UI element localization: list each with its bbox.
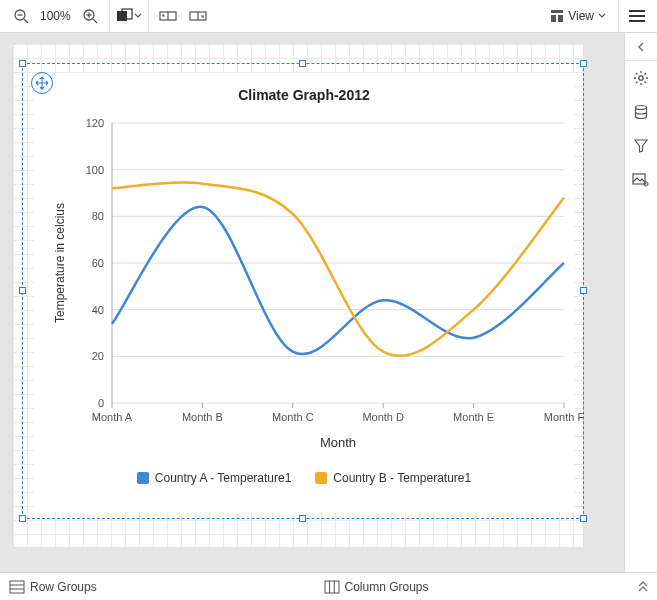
- row-groups-icon: [10, 581, 24, 593]
- filter-button[interactable]: [625, 129, 658, 163]
- svg-rect-13: [551, 10, 563, 13]
- zoom-in-button[interactable]: [75, 0, 105, 32]
- menu-button[interactable]: [623, 10, 651, 22]
- row-groups-panel[interactable]: Row Groups: [0, 573, 315, 600]
- selection-outline[interactable]: [22, 63, 584, 519]
- move-icon: [35, 76, 49, 90]
- database-icon: [633, 104, 649, 120]
- chevron-down-icon: [134, 8, 142, 24]
- separator: [148, 0, 149, 32]
- svg-rect-53: [325, 581, 339, 593]
- collapse-rail-button[interactable]: [625, 33, 657, 61]
- view-label: View: [568, 9, 594, 23]
- separator: [618, 0, 619, 32]
- top-toolbar: 100% View: [0, 0, 657, 33]
- resize-handle-ml[interactable]: [19, 287, 26, 294]
- view-icon: [550, 9, 564, 23]
- separator: [109, 0, 110, 32]
- resize-handle-tr[interactable]: [580, 60, 587, 67]
- send-backward-icon: [159, 9, 177, 23]
- resize-handle-tl[interactable]: [19, 60, 26, 67]
- shape-icon: [116, 8, 134, 24]
- right-rail: [624, 33, 657, 572]
- resize-handle-bm[interactable]: [299, 515, 306, 522]
- zoom-value: 100%: [36, 9, 75, 23]
- column-groups-panel[interactable]: Column Groups: [315, 573, 630, 600]
- view-dropdown[interactable]: View: [542, 0, 614, 32]
- funnel-icon: [633, 138, 649, 154]
- chevrons-up-icon: [638, 581, 648, 593]
- zoom-in-icon: [82, 8, 98, 24]
- resize-handle-mr[interactable]: [580, 287, 587, 294]
- expand-bottom-button[interactable]: [629, 581, 657, 593]
- bottom-bar: Row Groups Column Groups: [0, 572, 657, 600]
- properties-button[interactable]: [625, 61, 658, 95]
- chevron-left-icon: [637, 42, 645, 52]
- svg-line-4: [93, 19, 97, 23]
- resize-handle-tm[interactable]: [299, 60, 306, 67]
- zoom-out-icon: [13, 8, 29, 24]
- send-backward-button[interactable]: [153, 0, 183, 32]
- shape-tool-button[interactable]: [114, 0, 144, 32]
- design-canvas[interactable]: Climate Graph-2012 020406080100120Month …: [0, 33, 624, 572]
- svg-rect-50: [10, 581, 24, 593]
- svg-point-49: [645, 183, 646, 184]
- resize-handle-bl[interactable]: [19, 515, 26, 522]
- column-groups-icon: [325, 581, 339, 593]
- svg-point-45: [639, 76, 643, 80]
- bring-forward-button[interactable]: [183, 0, 213, 32]
- bring-forward-icon: [189, 9, 207, 23]
- svg-line-1: [24, 19, 28, 23]
- data-button[interactable]: [625, 95, 658, 129]
- row-groups-label: Row Groups: [30, 580, 97, 594]
- svg-rect-15: [558, 15, 563, 22]
- column-groups-label: Column Groups: [345, 580, 429, 594]
- move-handle[interactable]: [31, 72, 53, 94]
- svg-rect-14: [551, 15, 556, 22]
- gear-icon: [633, 70, 649, 86]
- zoom-out-button[interactable]: [6, 0, 36, 32]
- svg-rect-47: [633, 174, 645, 184]
- svg-point-46: [636, 106, 647, 110]
- resize-handle-br[interactable]: [580, 515, 587, 522]
- chevron-down-icon: [598, 12, 606, 20]
- image-gear-icon: [632, 172, 650, 188]
- image-settings-button[interactable]: [625, 163, 658, 197]
